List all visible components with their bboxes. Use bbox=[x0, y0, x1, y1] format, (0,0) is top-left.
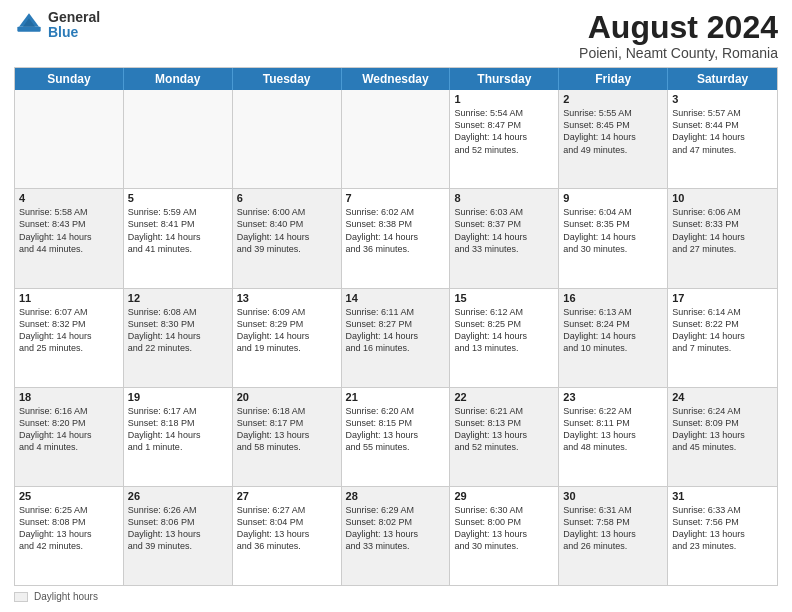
calendar-header: SundayMondayTuesdayWednesdayThursdayFrid… bbox=[15, 68, 777, 90]
cell-daylight-info: Sunrise: 6:33 AM Sunset: 7:56 PM Dayligh… bbox=[672, 504, 773, 553]
cell-daylight-info: Sunrise: 6:07 AM Sunset: 8:32 PM Dayligh… bbox=[19, 306, 119, 355]
cell-daylight-info: Sunrise: 6:11 AM Sunset: 8:27 PM Dayligh… bbox=[346, 306, 446, 355]
calendar-cell-day-29: 29Sunrise: 6:30 AM Sunset: 8:00 PM Dayli… bbox=[450, 487, 559, 585]
cell-daylight-info: Sunrise: 6:04 AM Sunset: 8:35 PM Dayligh… bbox=[563, 206, 663, 255]
day-number: 14 bbox=[346, 292, 446, 304]
footer: Daylight hours bbox=[14, 591, 778, 602]
day-number: 9 bbox=[563, 192, 663, 204]
day-number: 30 bbox=[563, 490, 663, 502]
cell-daylight-info: Sunrise: 6:06 AM Sunset: 8:33 PM Dayligh… bbox=[672, 206, 773, 255]
cell-daylight-info: Sunrise: 6:27 AM Sunset: 8:04 PM Dayligh… bbox=[237, 504, 337, 553]
calendar-cell-day-21: 21Sunrise: 6:20 AM Sunset: 8:15 PM Dayli… bbox=[342, 388, 451, 486]
cell-daylight-info: Sunrise: 6:14 AM Sunset: 8:22 PM Dayligh… bbox=[672, 306, 773, 355]
calendar-cell-day-8: 8Sunrise: 6:03 AM Sunset: 8:37 PM Daylig… bbox=[450, 189, 559, 287]
cell-daylight-info: Sunrise: 5:59 AM Sunset: 8:41 PM Dayligh… bbox=[128, 206, 228, 255]
calendar-cell-day-5: 5Sunrise: 5:59 AM Sunset: 8:41 PM Daylig… bbox=[124, 189, 233, 287]
calendar-cell-day-27: 27Sunrise: 6:27 AM Sunset: 8:04 PM Dayli… bbox=[233, 487, 342, 585]
calendar-cell-day-9: 9Sunrise: 6:04 AM Sunset: 8:35 PM Daylig… bbox=[559, 189, 668, 287]
legend-box bbox=[14, 592, 28, 602]
calendar-cell-day-20: 20Sunrise: 6:18 AM Sunset: 8:17 PM Dayli… bbox=[233, 388, 342, 486]
day-number: 31 bbox=[672, 490, 773, 502]
day-number: 15 bbox=[454, 292, 554, 304]
calendar-cell-day-26: 26Sunrise: 6:26 AM Sunset: 8:06 PM Dayli… bbox=[124, 487, 233, 585]
calendar-row-1: 1Sunrise: 5:54 AM Sunset: 8:47 PM Daylig… bbox=[15, 90, 777, 189]
cell-daylight-info: Sunrise: 6:29 AM Sunset: 8:02 PM Dayligh… bbox=[346, 504, 446, 553]
logo-general: General bbox=[48, 9, 100, 25]
cell-daylight-info: Sunrise: 6:22 AM Sunset: 8:11 PM Dayligh… bbox=[563, 405, 663, 454]
calendar-cell-day-19: 19Sunrise: 6:17 AM Sunset: 8:18 PM Dayli… bbox=[124, 388, 233, 486]
day-number: 25 bbox=[19, 490, 119, 502]
calendar-row-2: 4Sunrise: 5:58 AM Sunset: 8:43 PM Daylig… bbox=[15, 189, 777, 288]
day-number: 12 bbox=[128, 292, 228, 304]
logo-icon bbox=[14, 10, 44, 40]
cell-daylight-info: Sunrise: 6:24 AM Sunset: 8:09 PM Dayligh… bbox=[672, 405, 773, 454]
calendar-cell-day-24: 24Sunrise: 6:24 AM Sunset: 8:09 PM Dayli… bbox=[668, 388, 777, 486]
cell-daylight-info: Sunrise: 6:08 AM Sunset: 8:30 PM Dayligh… bbox=[128, 306, 228, 355]
day-of-week-monday: Monday bbox=[124, 68, 233, 90]
calendar-cell-day-28: 28Sunrise: 6:29 AM Sunset: 8:02 PM Dayli… bbox=[342, 487, 451, 585]
calendar-cell-day-3: 3Sunrise: 5:57 AM Sunset: 8:44 PM Daylig… bbox=[668, 90, 777, 188]
calendar-cell-empty-0-2 bbox=[233, 90, 342, 188]
day-number: 18 bbox=[19, 391, 119, 403]
day-of-week-friday: Friday bbox=[559, 68, 668, 90]
calendar-cell-day-11: 11Sunrise: 6:07 AM Sunset: 8:32 PM Dayli… bbox=[15, 289, 124, 387]
svg-rect-2 bbox=[17, 27, 40, 32]
calendar-cell-day-16: 16Sunrise: 6:13 AM Sunset: 8:24 PM Dayli… bbox=[559, 289, 668, 387]
calendar-cell-day-22: 22Sunrise: 6:21 AM Sunset: 8:13 PM Dayli… bbox=[450, 388, 559, 486]
day-number: 17 bbox=[672, 292, 773, 304]
day-number: 4 bbox=[19, 192, 119, 204]
calendar-body: 1Sunrise: 5:54 AM Sunset: 8:47 PM Daylig… bbox=[15, 90, 777, 585]
day-number: 21 bbox=[346, 391, 446, 403]
calendar-cell-empty-0-0 bbox=[15, 90, 124, 188]
calendar-cell-empty-0-1 bbox=[124, 90, 233, 188]
calendar-cell-day-15: 15Sunrise: 6:12 AM Sunset: 8:25 PM Dayli… bbox=[450, 289, 559, 387]
calendar: SundayMondayTuesdayWednesdayThursdayFrid… bbox=[14, 67, 778, 586]
logo-blue: Blue bbox=[48, 24, 78, 40]
day-number: 6 bbox=[237, 192, 337, 204]
cell-daylight-info: Sunrise: 6:26 AM Sunset: 8:06 PM Dayligh… bbox=[128, 504, 228, 553]
day-of-week-wednesday: Wednesday bbox=[342, 68, 451, 90]
calendar-cell-day-23: 23Sunrise: 6:22 AM Sunset: 8:11 PM Dayli… bbox=[559, 388, 668, 486]
day-number: 13 bbox=[237, 292, 337, 304]
logo-text: General Blue bbox=[48, 10, 100, 41]
day-number: 16 bbox=[563, 292, 663, 304]
calendar-row-5: 25Sunrise: 6:25 AM Sunset: 8:08 PM Dayli… bbox=[15, 487, 777, 585]
day-number: 1 bbox=[454, 93, 554, 105]
calendar-cell-day-10: 10Sunrise: 6:06 AM Sunset: 8:33 PM Dayli… bbox=[668, 189, 777, 287]
calendar-cell-day-18: 18Sunrise: 6:16 AM Sunset: 8:20 PM Dayli… bbox=[15, 388, 124, 486]
calendar-cell-day-30: 30Sunrise: 6:31 AM Sunset: 7:58 PM Dayli… bbox=[559, 487, 668, 585]
day-number: 19 bbox=[128, 391, 228, 403]
cell-daylight-info: Sunrise: 5:54 AM Sunset: 8:47 PM Dayligh… bbox=[454, 107, 554, 156]
cell-daylight-info: Sunrise: 5:57 AM Sunset: 8:44 PM Dayligh… bbox=[672, 107, 773, 156]
cell-daylight-info: Sunrise: 6:02 AM Sunset: 8:38 PM Dayligh… bbox=[346, 206, 446, 255]
day-number: 28 bbox=[346, 490, 446, 502]
day-number: 23 bbox=[563, 391, 663, 403]
legend-label: Daylight hours bbox=[34, 591, 98, 602]
cell-daylight-info: Sunrise: 6:25 AM Sunset: 8:08 PM Dayligh… bbox=[19, 504, 119, 553]
day-of-week-thursday: Thursday bbox=[450, 68, 559, 90]
cell-daylight-info: Sunrise: 6:31 AM Sunset: 7:58 PM Dayligh… bbox=[563, 504, 663, 553]
day-number: 20 bbox=[237, 391, 337, 403]
day-number: 27 bbox=[237, 490, 337, 502]
calendar-cell-day-4: 4Sunrise: 5:58 AM Sunset: 8:43 PM Daylig… bbox=[15, 189, 124, 287]
cell-daylight-info: Sunrise: 6:21 AM Sunset: 8:13 PM Dayligh… bbox=[454, 405, 554, 454]
month-title: August 2024 bbox=[579, 10, 778, 45]
calendar-cell-day-12: 12Sunrise: 6:08 AM Sunset: 8:30 PM Dayli… bbox=[124, 289, 233, 387]
cell-daylight-info: Sunrise: 6:03 AM Sunset: 8:37 PM Dayligh… bbox=[454, 206, 554, 255]
day-number: 26 bbox=[128, 490, 228, 502]
day-number: 8 bbox=[454, 192, 554, 204]
day-number: 2 bbox=[563, 93, 663, 105]
calendar-cell-day-17: 17Sunrise: 6:14 AM Sunset: 8:22 PM Dayli… bbox=[668, 289, 777, 387]
day-number: 11 bbox=[19, 292, 119, 304]
cell-daylight-info: Sunrise: 5:55 AM Sunset: 8:45 PM Dayligh… bbox=[563, 107, 663, 156]
day-number: 5 bbox=[128, 192, 228, 204]
logo: General Blue bbox=[14, 10, 100, 41]
title-section: August 2024 Poieni, Neamt County, Romani… bbox=[579, 10, 778, 61]
day-of-week-sunday: Sunday bbox=[15, 68, 124, 90]
calendar-row-4: 18Sunrise: 6:16 AM Sunset: 8:20 PM Dayli… bbox=[15, 388, 777, 487]
header: General Blue August 2024 Poieni, Neamt C… bbox=[14, 10, 778, 61]
day-of-week-tuesday: Tuesday bbox=[233, 68, 342, 90]
calendar-cell-day-13: 13Sunrise: 6:09 AM Sunset: 8:29 PM Dayli… bbox=[233, 289, 342, 387]
calendar-cell-day-7: 7Sunrise: 6:02 AM Sunset: 8:38 PM Daylig… bbox=[342, 189, 451, 287]
cell-daylight-info: Sunrise: 6:16 AM Sunset: 8:20 PM Dayligh… bbox=[19, 405, 119, 454]
